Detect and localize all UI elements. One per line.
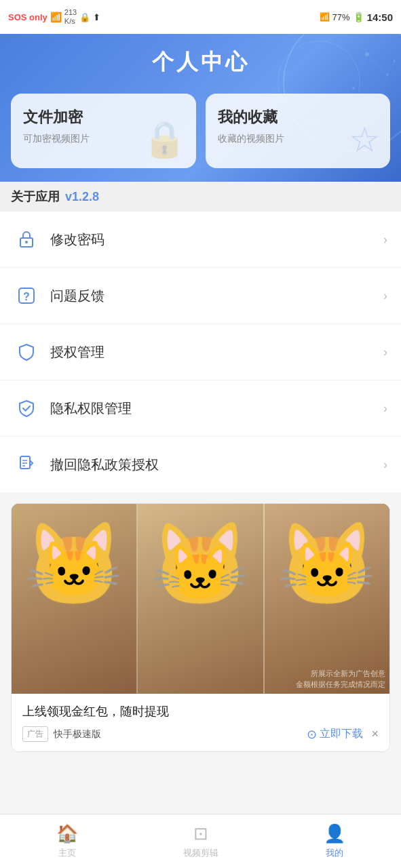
ad-footer: 上线领现金红包，随时提现 广告 快手极速版 ⊙ 立即下载 ×: [12, 694, 389, 751]
svg-line-8: [387, 61, 394, 75]
arrow-icon-4: ›: [383, 458, 387, 472]
about-label: 关于应用: [11, 189, 60, 205]
arrow-icon-2: ›: [383, 345, 387, 359]
spacer: [0, 752, 401, 806]
menu-list: 修改密码 › ? 问题反馈 › 授权管理 › 隐私权限管理 ›: [0, 212, 401, 492]
about-bar: 关于应用 v1.2.8: [0, 182, 401, 212]
question-menu-icon: ?: [14, 283, 39, 309]
bottom-nav: 🏠 主页 ⊡ 视频剪辑 👤 我的: [0, 814, 401, 868]
battery-icon: 🔋: [353, 12, 364, 22]
signal-icon: 📶: [50, 12, 62, 22]
shield-menu-icon: [14, 339, 39, 365]
menu-text-change-password: 修改密码: [50, 231, 383, 249]
download-icon: ⊙: [307, 727, 317, 742]
ad-panel-1: 🐱: [12, 504, 138, 694]
menu-item-auth-manage[interactable]: 授权管理 ›: [0, 324, 401, 380]
file-encrypt-card[interactable]: 文件加密 可加密视频图片 🔒: [11, 94, 196, 168]
status-left: SOS only 📶 213 K/s 🔒 ⬆: [8, 8, 100, 26]
menu-item-change-password[interactable]: 修改密码 ›: [0, 212, 401, 268]
cards-row: 文件加密 可加密视频图片 🔒 我的收藏 收藏的视频图片 ☆: [0, 94, 401, 168]
arrow-icon-3: ›: [383, 401, 387, 416]
svg-point-4: [393, 60, 396, 62]
svg-point-0: [365, 52, 369, 56]
download-label: 立即下载: [320, 727, 363, 741]
nav-label-profile: 我的: [326, 847, 343, 859]
ad-close-button[interactable]: ×: [371, 727, 379, 741]
battery-percent: 77%: [332, 12, 350, 22]
ad-panel-3: 🐱: [265, 504, 389, 694]
menu-text-privacy-manage: 隐私权限管理: [50, 399, 383, 418]
network-icon: 📶: [320, 12, 330, 22]
arrow-icon-1: ›: [383, 289, 387, 303]
nav-label-edit: 视频剪辑: [183, 847, 218, 859]
profile-icon: 👤: [324, 823, 345, 844]
menu-item-privacy-manage[interactable]: 隐私权限管理 ›: [0, 380, 401, 437]
clock-time: 14:50: [367, 12, 393, 23]
ad-title: 上线领现金红包，随时提现: [22, 703, 379, 719]
menu-item-revoke-privacy[interactable]: 撤回隐私政策授权 ›: [0, 437, 401, 492]
edit-icon: ⊡: [193, 823, 208, 844]
ad-source: 快手极速版: [54, 728, 101, 741]
ad-panel-2: 🐱: [138, 504, 264, 694]
status-right: 📶 77% 🔋 14:50: [320, 12, 393, 23]
nav-item-home[interactable]: 🏠 主页: [0, 818, 134, 865]
header-section: 个人中心 文件加密 可加密视频图片 🔒 我的收藏 收藏的视频图片 ☆: [0, 34, 401, 182]
ad-bottom-row: 广告 快手极速版 ⊙ 立即下载 ×: [22, 726, 379, 742]
upload-icon: ⬆: [93, 12, 100, 22]
nav-item-profile[interactable]: 👤 我的: [267, 818, 401, 865]
svg-point-13: [25, 241, 28, 243]
star-card-icon: ☆: [349, 119, 381, 160]
menu-text-feedback: 问题反馈: [50, 287, 383, 305]
ad-container: 应用名称：快手极速版丨应用版本：11.8.30.6512丨开发者：北京快手科技有…: [11, 503, 390, 752]
svg-text:?: ?: [23, 291, 30, 302]
lock-menu-icon: [14, 226, 39, 252]
lock-card-icon: 🔒: [142, 119, 187, 160]
ad-watermark: 所展示全新为广告创意 金额根据任务完成情况而定: [296, 669, 385, 690]
menu-text-auth-manage: 授权管理: [50, 343, 383, 361]
doc-menu-icon: [14, 452, 39, 477]
svg-rect-16: [20, 456, 30, 469]
speed-text: 213 K/s: [64, 8, 77, 26]
shield-check-menu-icon: [14, 395, 39, 421]
ad-badge: 广告: [22, 726, 48, 742]
ad-label-area: 广告 快手极速版: [22, 726, 101, 742]
about-version: v1.2.8: [65, 190, 99, 204]
svg-point-1: [386, 73, 389, 76]
status-bar: SOS only 📶 213 K/s 🔒 ⬆ 📶 77% 🔋 14:50: [0, 0, 401, 34]
svg-line-5: [367, 54, 387, 75]
svg-line-7: [354, 54, 367, 88]
nav-label-home: 主页: [58, 847, 76, 859]
page-title: 个人中心: [0, 34, 401, 94]
svg-point-3: [352, 87, 355, 90]
ad-image-area: 应用名称：快手极速版丨应用版本：11.8.30.6512丨开发者：北京快手科技有…: [12, 504, 389, 694]
ad-download-button[interactable]: ⊙ 立即下载: [307, 727, 363, 742]
nav-item-edit[interactable]: ⊡ 视频剪辑: [134, 818, 267, 865]
arrow-icon-0: ›: [383, 233, 387, 247]
notification-icon: 🔒: [79, 12, 90, 22]
favorites-card[interactable]: 我的收藏 收藏的视频图片 ☆: [206, 94, 391, 168]
menu-text-revoke-privacy: 撤回隐私政策授权: [50, 456, 383, 474]
ad-action-area: ⊙ 立即下载 ×: [307, 727, 379, 742]
home-icon: 🏠: [56, 823, 78, 844]
sos-text: SOS only: [8, 12, 47, 22]
menu-item-feedback[interactable]: ? 问题反馈 ›: [0, 268, 401, 324]
